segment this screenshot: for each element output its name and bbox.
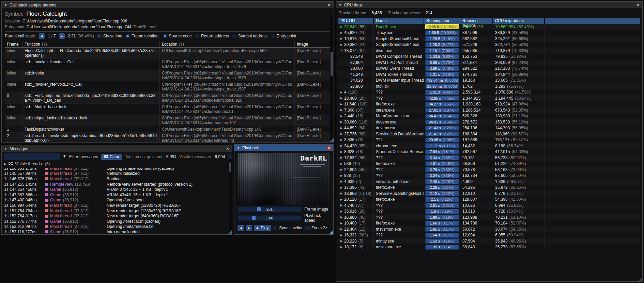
expand-icon[interactable]: ▶ — [340, 31, 344, 34]
speed-slider[interactable]: 1.00 — [237, 215, 302, 221]
expand-icon[interactable]: ▶ — [340, 198, 344, 201]
callstack-row[interactable]: 0 std::_Func_impl_no_alloc<<lambda_5bc22… — [5, 93, 331, 104]
step-forward-button[interactable]: ▶ — [246, 225, 252, 231]
message-row[interactable]: 1s 152,776,777ns Game(36,912) Opening /f… — [2, 219, 232, 224]
callstack-row[interactable]: inline std::invoke C:\Program Files (x86… — [5, 70, 331, 81]
cpu-row[interactable]: 34,028 DWM Master Input Thread 799.64 ms… — [338, 78, 640, 84]
message-row[interactable]: 1s 146,576,766ns Main thread(37,812) Boo… — [2, 176, 232, 182]
message-row[interactable]: 1s 153,116,277ns Game(36,912) Intro menu… — [2, 229, 232, 234]
expand-icon[interactable]: ▶ — [340, 156, 344, 159]
cpu-row[interactable]: ▶20,120(17) firefox.exe 2.1 s(0.22%) 128… — [338, 197, 640, 203]
cpu-row[interactable]: ▶17,396(43) firefox.exe 2.28 s(0.24%) 54… — [338, 185, 640, 191]
frame-slider[interactable]: 261 — [237, 206, 302, 212]
close-icon[interactable]: × — [226, 146, 230, 151]
scrollbar-thumb[interactable] — [331, 52, 333, 76]
expand-icon[interactable]: ▶ — [340, 162, 344, 165]
expand-icon[interactable]: ▶ — [340, 168, 344, 171]
collapse-icon[interactable]: ▼ — [4, 147, 7, 150]
callstack-row[interactable]: 2 std::thread::_Invoke<std::tuple<<lambd… — [5, 133, 331, 142]
expand-icon[interactable]: ▶ — [340, 204, 344, 207]
messages-titlebar[interactable]: ▼ Messages × — [2, 145, 232, 152]
expand-icon[interactable]: ▶ — [340, 216, 344, 219]
visible-threads-label[interactable]: Visible threads: — [15, 162, 43, 166]
cpu-row[interactable]: ▶8,628(18) StandardCollector.Service.e 7… — [338, 149, 640, 155]
message-row[interactable]: 1s 147,354,456ns Game(36,912) VRAM 37x45… — [2, 187, 232, 192]
col-name[interactable]: Name — [374, 18, 424, 24]
expand-icon[interactable]: ▶ — [340, 186, 344, 189]
cpu-row[interactable]: ▶18,968(1,018) ServiceHub.SettingsHost.e… — [338, 190, 640, 197]
show-time-option[interactable]: ✓ Show time — [97, 34, 122, 38]
zoom-option[interactable]: Zoom 2× — [305, 226, 328, 230]
tree-expand-icon[interactable]: ▶ — [4, 162, 6, 166]
cpu-row[interactable]: ▶44,692(84) devenv.exe 21.43 s(2.23%) 25… — [338, 125, 640, 131]
cpu-row[interactable]: ▶7,300(37) steam.exe 27.61 s(2.87%) 1,28… — [338, 107, 640, 113]
expand-icon[interactable]: ▶ — [340, 192, 344, 195]
cpu-row[interactable]: ▼13,072(67) dwm.exe 1:16.1(7.90%) 955,58… — [338, 48, 640, 54]
return-address-radio[interactable] — [195, 34, 199, 38]
playback-titlebar[interactable]: ▼ Playback × — [234, 145, 333, 151]
symbol-address-radio[interactable] — [232, 34, 236, 38]
expand-icon[interactable]: ▶ — [340, 43, 344, 46]
expand-icon[interactable]: ▶ — [340, 144, 344, 147]
expand-icon[interactable]: ▶ — [340, 37, 344, 40]
resize-grip[interactable] — [638, 277, 642, 281]
expand-icon[interactable]: ▶ — [340, 132, 344, 135]
expand-icon[interactable]: ▼ — [340, 49, 344, 52]
close-icon[interactable]: × — [327, 3, 331, 7]
cpu-row[interactable]: 27,548 DWM Compositor Thread 1:03.5(6.60… — [338, 54, 640, 60]
callstack-row[interactable]: inline Floor::CalcLight::__l4::<lambda_5… — [5, 48, 331, 59]
expand-icon[interactable]: ▶ — [340, 150, 344, 153]
message-row[interactable]: 1s 151,754,784ns Main thread(37,812) New… — [2, 208, 232, 214]
cpu-row[interactable]: ▶2,448(18) MemCompression 24.41 s(2.54%)… — [338, 113, 640, 119]
message-row[interactable]: 1s 150,994,644ns Main thread(37,812) New… — [2, 203, 232, 208]
cpu-row[interactable]: ▶11,648(120) firefox.exe 34.27 s(3.56%) … — [338, 101, 640, 107]
close-icon[interactable]: × — [636, 3, 640, 7]
resize-grip[interactable] — [329, 138, 334, 142]
cpu-row[interactable]: ▶10,816(64) ScriptedSandbox64.exe 1:28.5… — [338, 36, 640, 42]
message-row[interactable]: 1s 147,383,566ns Game(36,912) VRAM 43x45… — [2, 192, 232, 198]
next-callstack-button[interactable]: ▶ — [59, 33, 65, 39]
source-code-radio[interactable] — [163, 34, 167, 38]
option-source-code[interactable]: Source code — [163, 34, 192, 38]
entry-point-radio[interactable] — [271, 34, 275, 38]
expand-icon[interactable]: ▶ — [340, 91, 344, 94]
cpu-row[interactable]: ▶28,228(5) mintty.exe 1.52 s(0.16%) 87,5… — [338, 238, 640, 244]
expand-icon[interactable]: ▶ — [340, 115, 344, 118]
expand-icon[interactable]: ▶ — [340, 234, 344, 237]
expand-icon[interactable]: ▶ — [340, 109, 344, 112]
cpu-row[interactable]: ▶37,840(55) DarkRL.exe 2:35.8(16.19%) 16… — [338, 24, 640, 30]
sync-timeline-option[interactable]: Sync timeline — [273, 226, 303, 230]
option-return-address[interactable]: Return address — [195, 34, 229, 38]
callstack-row[interactable]: inline std::_Invoker_ret<void,1>::_Call … — [5, 81, 331, 93]
expand-icon[interactable]: ▶ — [340, 138, 344, 142]
cpu-row[interactable]: ▶18,460(20) ??? 42.85 s(4.45%) 2,344,915… — [338, 95, 640, 101]
cpu-row[interactable]: ▶16,880(46) ??? 1.69 s(0.18%) 123,988 78… — [338, 214, 640, 220]
cpu-row[interactable]: ▶4(120) ??? 1:01.9(6.43%) 2,593,314 1,07… — [338, 89, 640, 96]
cpu-row[interactable]: ▶35,916(26) ??? 1.8 s(0.19%) 13,313 6,72… — [338, 209, 640, 215]
cpu-row[interactable]: ▶27,736(88) ServiceHub.DataWarehouse 21.… — [338, 131, 640, 137]
cpu-row[interactable]: ▶16,332(982) ??? 1.64 s(0.17%) 12,894 6,… — [338, 232, 640, 238]
callstack-titlebar[interactable]: ▼ Call stack sample parents × — [2, 2, 334, 8]
expand-icon[interactable]: ▶ — [340, 127, 344, 130]
collapse-icon[interactable]: ▼ — [339, 3, 342, 7]
col-pid-tid[interactable]: PID/TID — [338, 18, 374, 24]
cpu-row[interactable]: ▶22,804(45) ??? 3.78 s(0.39%) 79,578 58,… — [338, 167, 640, 173]
collapse-icon[interactable]: ▼ — [237, 146, 240, 150]
expand-icon[interactable]: ▶ — [340, 174, 344, 177]
cpu-row[interactable]: ▶34,420(65) chrome.exe 11.11 s(1.15%) 14… — [338, 143, 640, 149]
callstack-row[interactable]: inline std::unique_lock<std::mutex>::loc… — [5, 115, 331, 126]
cpu-row[interactable]: ▶4,740(37) ??? 2.01 s(0.21%) 10,626 6,99… — [338, 202, 640, 209]
resize-grip[interactable] — [228, 230, 232, 234]
cpu-row[interactable]: 37,904 DWM LPC Port Thread 6.69 s(0.70%)… — [338, 60, 640, 66]
expand-icon[interactable]: ▶ — [340, 120, 344, 123]
cpu-row[interactable]: ▶3,536(75) ??? 20.05 s(2.08%) 187,689 11… — [338, 137, 640, 143]
collapse-icon[interactable]: ▼ — [4, 3, 7, 7]
close-icon[interactable]: × — [327, 146, 331, 150]
play-button[interactable]: ▶ Play — [254, 225, 271, 231]
expand-icon[interactable]: ▶ — [340, 97, 344, 100]
step-back-button[interactable]: ◀ — [237, 225, 244, 231]
callstack-row[interactable]: inline std::_Invoker_functor::_Call C:\P… — [5, 59, 331, 70]
col-running-regions[interactable]: Running regions — [460, 18, 493, 24]
cp u-titlebar[interactable]: ▼ CPU data × — [336, 2, 642, 8]
option-entry-point[interactable]: Entry point — [271, 34, 296, 38]
